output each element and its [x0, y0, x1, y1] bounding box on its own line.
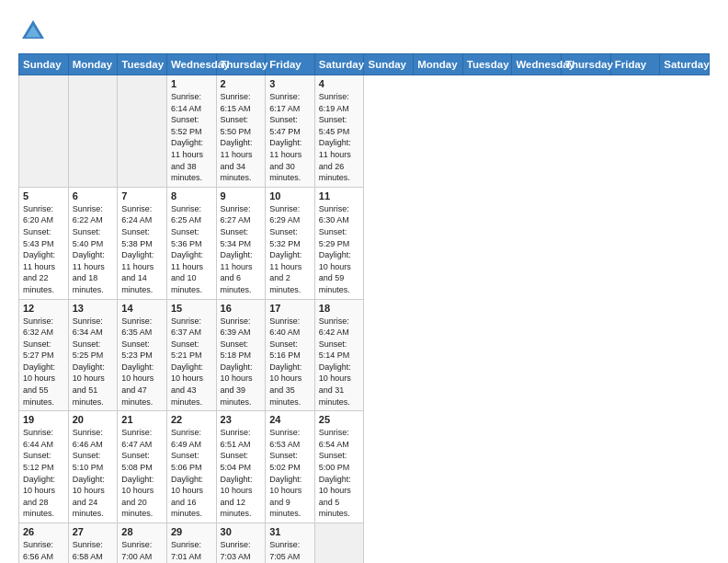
day-info: Sunrise: 7:03 AM Sunset: 4:50 PM Dayligh…	[221, 539, 262, 563]
day-info: Sunrise: 6:54 AM Sunset: 5:00 PM Dayligh…	[319, 427, 360, 520]
day-info: Sunrise: 6:49 AM Sunset: 5:06 PM Dayligh…	[171, 427, 212, 520]
day-number: 20	[73, 414, 114, 425]
day-info: Sunrise: 6:32 AM Sunset: 5:27 PM Dayligh…	[23, 316, 64, 408]
day-info: Sunrise: 6:15 AM Sunset: 5:50 PM Dayligh…	[221, 91, 262, 184]
col-header-sunday: Sunday	[19, 54, 69, 75]
day-cell: 12Sunrise: 6:32 AM Sunset: 5:27 PM Dayli…	[19, 299, 69, 411]
day-info: Sunrise: 6:35 AM Sunset: 5:23 PM Dayligh…	[121, 316, 163, 408]
day-cell: 14Sunrise: 6:35 AM Sunset: 5:23 PM Dayli…	[118, 299, 167, 411]
day-cell: 17Sunrise: 6:40 AM Sunset: 5:16 PM Dayli…	[266, 299, 315, 411]
day-number: 13	[73, 303, 114, 314]
day-cell: 15Sunrise: 6:37 AM Sunset: 5:21 PM Dayli…	[166, 299, 216, 411]
day-number: 23	[221, 414, 262, 425]
day-number: 5	[23, 190, 64, 201]
day-number: 24	[269, 414, 311, 425]
day-cell: 20Sunrise: 6:46 AM Sunset: 5:10 PM Dayli…	[68, 411, 118, 523]
col-header-tuesday: Tuesday	[462, 54, 512, 75]
day-number: 11	[319, 190, 360, 201]
day-number: 16	[221, 303, 262, 314]
logo	[18, 17, 51, 46]
day-cell: 16Sunrise: 6:39 AM Sunset: 5:18 PM Dayli…	[216, 299, 266, 411]
day-cell: 13Sunrise: 6:34 AM Sunset: 5:25 PM Dayli…	[68, 299, 118, 411]
col-header-saturday: Saturday	[660, 54, 710, 75]
day-number: 26	[23, 526, 64, 537]
day-cell: 31Sunrise: 7:05 AM Sunset: 4:48 PM Dayli…	[266, 523, 315, 564]
day-cell: 10Sunrise: 6:29 AM Sunset: 5:32 PM Dayli…	[266, 187, 315, 299]
day-cell: 23Sunrise: 6:51 AM Sunset: 5:04 PM Dayli…	[216, 411, 266, 523]
day-number: 31	[269, 526, 311, 537]
day-info: Sunrise: 7:05 AM Sunset: 4:48 PM Dayligh…	[269, 539, 311, 563]
day-number: 18	[319, 303, 360, 314]
day-info: Sunrise: 6:19 AM Sunset: 5:45 PM Dayligh…	[319, 91, 360, 184]
day-info: Sunrise: 6:25 AM Sunset: 5:36 PM Dayligh…	[171, 203, 212, 296]
day-number: 19	[23, 414, 64, 425]
day-number: 29	[171, 526, 212, 537]
day-cell: 30Sunrise: 7:03 AM Sunset: 4:50 PM Dayli…	[216, 523, 266, 564]
day-cell: 3Sunrise: 6:17 AM Sunset: 5:47 PM Daylig…	[266, 75, 315, 188]
col-header-sunday: Sunday	[364, 54, 414, 75]
week-row-1: 1Sunrise: 6:14 AM Sunset: 5:52 PM Daylig…	[19, 75, 710, 188]
day-cell: 2Sunrise: 6:15 AM Sunset: 5:50 PM Daylig…	[216, 75, 266, 188]
day-cell	[19, 75, 69, 188]
day-info: Sunrise: 7:01 AM Sunset: 4:52 PM Dayligh…	[171, 539, 212, 563]
day-info: Sunrise: 6:34 AM Sunset: 5:25 PM Dayligh…	[73, 316, 114, 408]
day-cell: 25Sunrise: 6:54 AM Sunset: 5:00 PM Dayli…	[314, 411, 364, 523]
day-cell	[314, 523, 364, 564]
day-info: Sunrise: 6:17 AM Sunset: 5:47 PM Dayligh…	[269, 91, 311, 184]
day-number: 8	[171, 190, 212, 201]
day-number: 6	[73, 190, 114, 201]
col-header-monday: Monday	[414, 54, 463, 75]
day-info: Sunrise: 6:58 AM Sunset: 4:56 PM Dayligh…	[73, 539, 114, 563]
day-number: 7	[121, 190, 163, 201]
col-header-saturday: Saturday	[314, 54, 364, 75]
day-info: Sunrise: 6:44 AM Sunset: 5:12 PM Dayligh…	[23, 427, 64, 520]
day-info: Sunrise: 7:00 AM Sunset: 4:54 PM Dayligh…	[121, 539, 163, 563]
page: SundayMondayTuesdayWednesdayThursdayFrid…	[0, 0, 728, 563]
day-info: Sunrise: 6:37 AM Sunset: 5:21 PM Dayligh…	[171, 316, 212, 408]
day-info: Sunrise: 6:24 AM Sunset: 5:38 PM Dayligh…	[121, 203, 163, 296]
col-header-friday: Friday	[610, 54, 660, 75]
day-number: 3	[269, 78, 311, 89]
day-cell: 28Sunrise: 7:00 AM Sunset: 4:54 PM Dayli…	[118, 523, 167, 564]
day-info: Sunrise: 6:39 AM Sunset: 5:18 PM Dayligh…	[221, 316, 262, 408]
logo-icon	[18, 17, 48, 46]
day-info: Sunrise: 6:29 AM Sunset: 5:32 PM Dayligh…	[269, 203, 311, 296]
day-cell: 4Sunrise: 6:19 AM Sunset: 5:45 PM Daylig…	[314, 75, 364, 188]
day-cell: 7Sunrise: 6:24 AM Sunset: 5:38 PM Daylig…	[118, 187, 167, 299]
day-info: Sunrise: 6:30 AM Sunset: 5:29 PM Dayligh…	[319, 203, 360, 296]
day-cell	[118, 75, 167, 188]
day-info: Sunrise: 6:56 AM Sunset: 4:58 PM Dayligh…	[23, 539, 64, 563]
day-cell: 8Sunrise: 6:25 AM Sunset: 5:36 PM Daylig…	[166, 187, 216, 299]
day-cell	[68, 75, 118, 188]
day-info: Sunrise: 6:47 AM Sunset: 5:08 PM Dayligh…	[121, 427, 163, 520]
col-header-thursday: Thursday	[216, 54, 266, 75]
day-info: Sunrise: 6:42 AM Sunset: 5:14 PM Dayligh…	[319, 316, 360, 408]
day-cell: 9Sunrise: 6:27 AM Sunset: 5:34 PM Daylig…	[216, 187, 266, 299]
day-number: 22	[171, 414, 212, 425]
header-row: SundayMondayTuesdayWednesdayThursdayFrid…	[19, 54, 710, 75]
day-cell: 5Sunrise: 6:20 AM Sunset: 5:43 PM Daylig…	[19, 187, 69, 299]
day-number: 9	[221, 190, 262, 201]
col-header-thursday: Thursday	[562, 54, 611, 75]
day-info: Sunrise: 6:27 AM Sunset: 5:34 PM Dayligh…	[221, 203, 262, 296]
day-info: Sunrise: 6:51 AM Sunset: 5:04 PM Dayligh…	[221, 427, 262, 520]
col-header-wednesday: Wednesday	[512, 54, 562, 75]
day-number: 30	[221, 526, 262, 537]
day-info: Sunrise: 6:46 AM Sunset: 5:10 PM Dayligh…	[73, 427, 114, 520]
day-number: 1	[171, 78, 212, 89]
day-info: Sunrise: 6:14 AM Sunset: 5:52 PM Dayligh…	[171, 91, 212, 184]
header	[18, 17, 710, 46]
col-header-monday: Monday	[68, 54, 118, 75]
day-number: 25	[319, 414, 360, 425]
day-number: 17	[269, 303, 311, 314]
day-number: 2	[221, 78, 262, 89]
day-info: Sunrise: 6:40 AM Sunset: 5:16 PM Dayligh…	[269, 316, 311, 408]
day-cell: 6Sunrise: 6:22 AM Sunset: 5:40 PM Daylig…	[68, 187, 118, 299]
week-row-5: 26Sunrise: 6:56 AM Sunset: 4:58 PM Dayli…	[19, 523, 710, 564]
day-cell: 11Sunrise: 6:30 AM Sunset: 5:29 PM Dayli…	[314, 187, 364, 299]
col-header-friday: Friday	[266, 54, 315, 75]
day-cell: 24Sunrise: 6:53 AM Sunset: 5:02 PM Dayli…	[266, 411, 315, 523]
day-cell: 21Sunrise: 6:47 AM Sunset: 5:08 PM Dayli…	[118, 411, 167, 523]
day-info: Sunrise: 6:20 AM Sunset: 5:43 PM Dayligh…	[23, 203, 64, 296]
day-number: 12	[23, 303, 64, 314]
